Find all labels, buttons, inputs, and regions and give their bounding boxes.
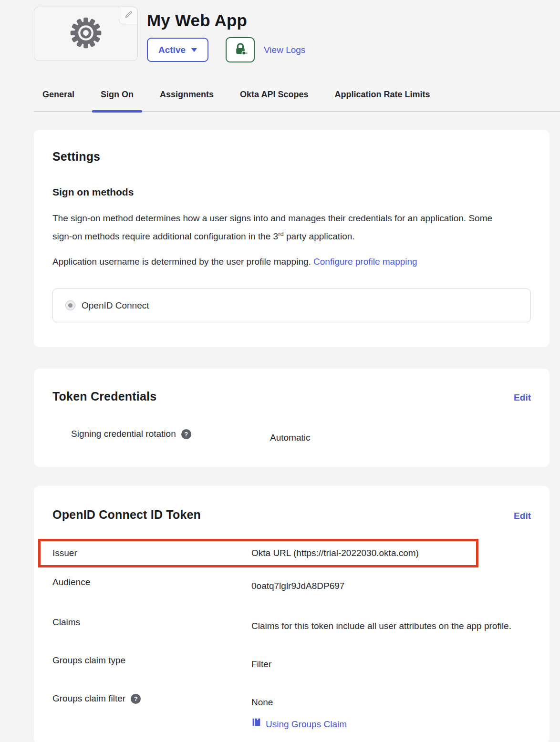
help-icon[interactable]: ? (181, 429, 191, 439)
id-token-edit-link[interactable]: Edit (514, 511, 531, 521)
signing-credential-rotation-label: Signing credential rotation (71, 429, 176, 439)
lock-key-icon (233, 42, 248, 58)
username-text: Application username is determined by th… (52, 257, 313, 267)
issuer-row-highlight: Issuer Okta URL (https://trial-2022030.o… (38, 539, 478, 567)
groups-claim-filter-value: None (251, 693, 531, 711)
issuer-value: Okta URL (https://trial-2022030.okta.com… (251, 544, 476, 562)
groups-claim-filter-row: Groups claim filter ? None Using Groups … (34, 693, 550, 733)
status-label: Active (158, 45, 186, 55)
groups-claim-type-value: Filter (251, 655, 531, 673)
token-credentials-title: Token Credentials (52, 390, 156, 403)
ordinal-superscript: rd (278, 230, 284, 237)
tab-assignments[interactable]: Assignments (151, 90, 222, 111)
configure-profile-mapping-link[interactable]: Configure profile mapping (313, 257, 417, 267)
description-text: The sign-on method determines how a user… (52, 213, 492, 241)
username-mapping-text: Application username is determined by th… (52, 254, 506, 269)
groups-claim-type-row: Groups claim type Filter (34, 655, 550, 673)
help-icon[interactable]: ? (131, 694, 141, 704)
settings-title: Settings (52, 150, 531, 164)
sign-on-method-option: OpenID Connect (52, 289, 531, 322)
issuer-label: Issuer (52, 548, 77, 558)
app-status-dropdown[interactable]: Active (147, 38, 208, 62)
tab-okta-api-scopes[interactable]: Okta API Scopes (231, 90, 317, 111)
sign-on-methods-title: Sign on methods (52, 186, 531, 198)
app-header: My Web App Active View Logs (0, 0, 560, 62)
sign-on-methods-description: The sign-on method determines how a user… (52, 210, 506, 244)
sign-on-policy-button[interactable] (226, 37, 255, 62)
signing-credential-rotation-value: Automatic (270, 429, 512, 447)
chevron-down-icon (191, 48, 197, 52)
app-logo (34, 7, 138, 61)
id-token-card: OpenID Connect ID Token Edit Issuer Okta… (34, 486, 550, 742)
tab-application-rate-limits[interactable]: Application Rate Limits (326, 90, 438, 111)
id-token-title: OpenID Connect ID Token (52, 508, 201, 522)
using-groups-claim-link[interactable]: Using Groups Claim (266, 715, 347, 733)
pencil-icon (124, 10, 133, 21)
audience-row: Audience 0oatq7lglr9JdA8DP697 (34, 577, 550, 595)
token-credentials-card: Token Credentials Edit Signing credentia… (34, 369, 550, 467)
page-title: My Web App (147, 11, 305, 30)
tab-sign-on[interactable]: Sign On (92, 90, 142, 111)
openid-connect-radio[interactable] (65, 300, 75, 310)
audience-label: Audience (52, 577, 90, 587)
audience-value: 0oatq7lglr9JdA8DP697 (251, 577, 531, 595)
claims-value: Claims for this token include all user a… (251, 617, 531, 635)
description-text-end: party application. (284, 231, 355, 241)
signing-credential-rotation-row: Signing credential rotation ? Automatic (52, 429, 531, 447)
groups-claim-filter-label: Groups claim filter (52, 693, 125, 704)
book-icon (251, 715, 261, 733)
token-credentials-edit-link[interactable]: Edit (514, 392, 531, 403)
tab-general[interactable]: General (34, 90, 83, 111)
view-logs-link[interactable]: View Logs (264, 45, 305, 55)
claims-label: Claims (52, 617, 80, 628)
openid-connect-label: OpenID Connect (82, 300, 149, 311)
app-tabs: General Sign On Assignments Okta API Sco… (34, 90, 560, 112)
edit-logo-button[interactable] (119, 7, 138, 24)
groups-claim-type-label: Groups claim type (52, 655, 125, 666)
gear-icon (70, 17, 102, 51)
claims-row: Claims Claims for this token include all… (34, 617, 550, 635)
settings-card: Settings Sign on methods The sign-on met… (34, 130, 550, 347)
